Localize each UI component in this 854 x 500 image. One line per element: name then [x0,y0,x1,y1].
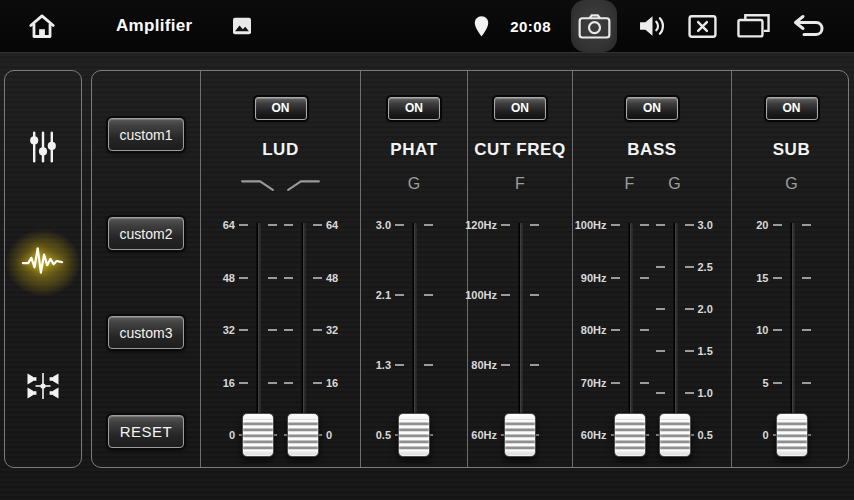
tick-mark [773,277,782,279]
presets-column: custom1 custom2 custom3 RESET [92,71,201,467]
tick-mark [640,277,649,279]
sub-label: F [607,174,652,195]
home-icon[interactable] [26,11,58,41]
tick-mark [501,294,510,296]
tick-label: 0 [326,429,332,441]
back-icon[interactable] [790,13,828,39]
tick-mark [685,350,694,352]
tick-label: 15 [756,272,768,284]
tick-mark [284,382,293,384]
channel-lud: ONLUD644832160644832160 [201,71,361,467]
tick-mark [656,266,665,268]
tick-mark [395,364,404,366]
page-title: Amplifier [116,16,192,36]
on-button-cut-freq[interactable]: ON [494,97,546,120]
on-button-sub[interactable]: ON [766,97,818,120]
on-button-bass[interactable]: ON [626,97,678,120]
tick-mark [611,382,620,384]
slider[interactable]: 644832160 [281,219,326,467]
tick-label: 3.0 [698,219,713,231]
slider-thumb[interactable] [242,413,274,457]
sidebar-item-speaker-balance[interactable] [26,369,60,407]
tick-label: 1.0 [698,387,713,399]
sub-label: G [382,174,446,195]
channel-sliders: 644832160644832160 [236,219,326,467]
tick-mark [685,224,694,226]
tick-label: 16 [326,377,338,389]
tick-mark [284,329,293,331]
channel-sub: ONSUBG20151050 [732,71,851,467]
tick-mark [501,364,510,366]
tick-mark [656,350,665,352]
tick-label: 64 [326,219,338,231]
tick-mark [802,382,811,384]
channel-cut-freq: ONCUT FREQF120Hz100Hz80Hz60Hz [468,71,573,467]
tick-label: 0.5 [376,429,391,441]
slider[interactable]: 3.02.11.30.5 [382,219,446,467]
channel-title: PHAT [390,140,437,160]
gallery-icon[interactable] [232,17,252,35]
tick-mark [284,277,293,279]
sidebar-item-equalizer[interactable] [28,131,59,168]
tick-mark [640,329,649,331]
slider-thumb[interactable] [776,413,808,457]
sub-label: F [488,174,552,195]
channel-sliders: 3.02.11.30.5 [382,219,446,467]
tick-label: 1.5 [698,345,713,357]
on-button-phat[interactable]: ON [388,97,440,120]
slider-thumb[interactable] [659,413,691,457]
channel-phat: ONPHATG3.02.11.30.5 [361,71,468,467]
tick-label: 0.5 [698,429,713,441]
tick-mark [611,329,620,331]
channel-sliders: 120Hz100Hz80Hz60Hz [488,219,552,467]
tick-mark [424,364,433,366]
tick-mark [640,382,649,384]
tick-label: 64 [223,219,235,231]
mixer-sliders-icon [28,131,59,168]
tick-label: 10 [756,324,768,336]
tick-mark [773,224,782,226]
tick-mark [424,294,433,296]
tick-mark [611,224,620,226]
sidebar-item-sound-effects[interactable] [21,243,65,283]
slider[interactable]: 20151050 [760,219,824,467]
tick-mark [313,382,322,384]
tick-mark [685,266,694,268]
slider-thumb[interactable] [504,413,536,457]
tick-label: 2.1 [376,289,391,301]
amplifier-panel: custom1 custom2 custom3 RESET ONLUD64483… [91,70,849,468]
custom2-button[interactable]: custom2 [108,217,184,250]
channel-header-row: F [488,174,552,195]
channel-title: LUD [262,140,299,160]
close-icon[interactable] [688,15,717,38]
slider-thumb[interactable] [614,413,646,457]
slider[interactable]: 3.02.52.01.51.00.5 [652,219,697,467]
slider[interactable]: 644832160 [236,219,281,467]
tick-mark [424,224,433,226]
slider-thumb[interactable] [287,413,319,457]
channel-title: CUT FREQ [474,140,566,160]
tick-label: 90Hz [581,272,607,284]
slider-thumb[interactable] [398,413,430,457]
channel-sliders: 20151050 [760,219,824,467]
on-button-lud[interactable]: ON [255,97,307,120]
reset-button[interactable]: RESET [108,415,184,448]
recents-icon[interactable] [737,14,770,38]
tick-mark [239,329,248,331]
slider[interactable]: 100Hz90Hz80Hz70Hz60Hz [607,219,652,467]
volume-icon[interactable] [637,13,668,39]
camera-button[interactable] [571,0,617,52]
tick-label: 80Hz [471,359,497,371]
lowpass-curve-icon [236,174,281,195]
tick-mark [268,224,277,226]
channel-header-row: G [382,174,446,195]
custom1-button[interactable]: custom1 [108,118,184,151]
tick-mark [268,382,277,384]
tick-label: 3.0 [376,219,391,231]
tick-mark [239,277,248,279]
slider[interactable]: 120Hz100Hz80Hz60Hz [488,219,552,467]
tick-mark [656,308,665,310]
tick-label: 60Hz [581,429,607,441]
channel-sliders: 100Hz90Hz80Hz70Hz60Hz3.02.52.01.51.00.5 [607,219,697,467]
custom3-button[interactable]: custom3 [108,316,184,349]
